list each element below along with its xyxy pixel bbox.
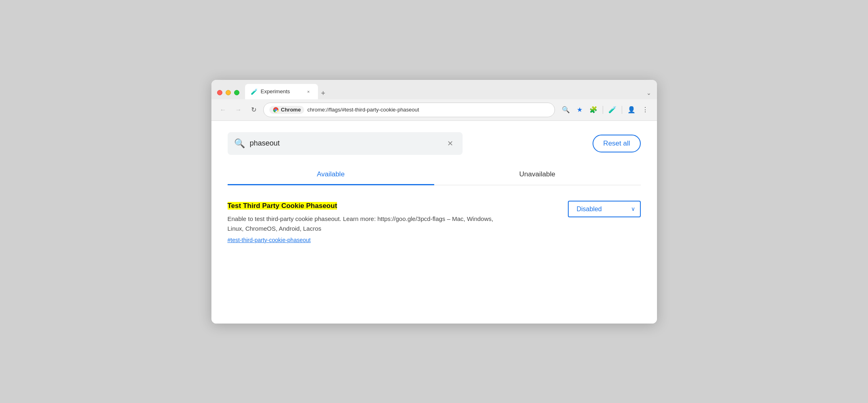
window-controls [217,90,239,95]
star-icon: ★ [577,106,582,114]
browser-window: 🧪 Experiments × + ⌄ ← → ↻ [211,80,657,324]
toolbar-divider-2 [622,106,622,114]
page-content: 🔍 ✕ Reset all Available Unavailable [211,121,657,324]
forward-icon: → [235,106,242,114]
flag-select-wrapper: Default Disabled Enabled [568,201,641,217]
forward-button[interactable]: → [232,104,245,116]
tab-unavailable[interactable]: Unavailable [434,165,641,185]
zoom-icon: 🔍 [562,106,570,114]
reload-button[interactable]: ↻ [248,104,260,116]
clear-icon: ✕ [447,139,453,148]
svg-point-0 [275,109,277,111]
flag-anchor-link[interactable]: #test-third-party-cookie-phaseout [228,237,311,243]
search-icon: 🔍 [234,138,245,149]
site-badge: Chrome [269,106,304,114]
flags-list: Test Third Party Cookie Phaseout Enable … [228,185,641,252]
extension-icon: 🧩 [589,106,597,114]
address-bar[interactable]: Chrome chrome://flags/#test-third-party-… [263,103,555,117]
back-icon: ← [220,106,226,114]
flags-tabs: Available Unavailable [228,165,641,185]
chrome-logo-icon [273,107,279,113]
tab-dropdown-button[interactable]: ⌄ [646,90,651,96]
title-bar: 🧪 Experiments × + ⌄ [211,80,657,99]
flag-description: Enable to test third-party cookie phaseo… [228,214,511,234]
flag-select[interactable]: Default Disabled Enabled [568,201,641,217]
flag-control: Default Disabled Enabled [568,201,641,217]
flag-title: Test Third Party Cookie Phaseout [228,201,552,211]
tab-close-button[interactable]: × [305,88,312,95]
back-button[interactable]: ← [217,104,229,116]
account-button[interactable]: 👤 [625,104,638,116]
flag-info: Test Third Party Cookie Phaseout Enable … [228,201,552,244]
toolbar-divider [603,106,603,114]
minimize-button[interactable] [226,90,231,95]
toolbar-icons: 🔍 ★ 🧩 🧪 👤 ⋮ [560,104,651,116]
flag-item: Test Third Party Cookie Phaseout Enable … [228,197,641,252]
new-tab-button[interactable]: + [318,90,329,97]
search-section: 🔍 ✕ Reset all [228,132,641,155]
active-tab[interactable]: 🧪 Experiments × [245,84,318,99]
tab-icon: 🧪 [251,88,258,95]
tab-title: Experiments [261,88,302,94]
maximize-button[interactable] [234,90,239,95]
menu-icon: ⋮ [642,106,648,114]
tab-bar: 🧪 Experiments × + ⌄ [245,84,651,99]
experiments-icon-button[interactable]: 🧪 [606,104,618,116]
account-icon: 👤 [627,106,636,114]
url-text: chrome://flags/#test-third-party-cookie-… [307,107,549,113]
tab-available[interactable]: Available [228,165,434,185]
experiments-icon: 🧪 [608,106,616,114]
search-input[interactable] [250,139,440,148]
close-button[interactable] [217,90,222,95]
zoom-icon-button[interactable]: 🔍 [560,104,572,116]
reload-icon: ↻ [251,106,256,114]
toolbar: ← → ↻ Chrome chrome://flags/#test-third-… [211,99,657,121]
reset-all-button[interactable]: Reset all [593,135,640,152]
site-name: Chrome [281,107,301,113]
search-clear-button[interactable]: ✕ [445,138,456,149]
extensions-button[interactable]: 🧩 [587,104,599,116]
bookmark-button[interactable]: ★ [574,104,586,116]
menu-button[interactable]: ⋮ [639,104,651,116]
search-bar: 🔍 ✕ [228,132,463,155]
